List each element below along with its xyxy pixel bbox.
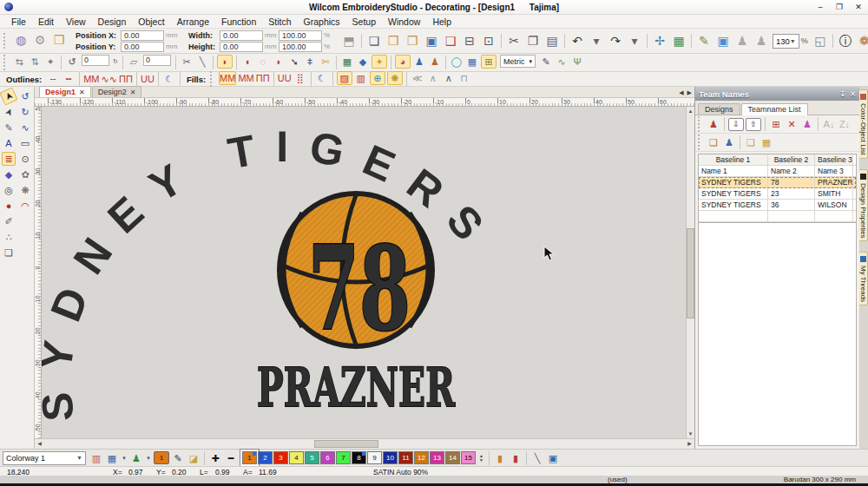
colorway-select[interactable]: Colorway 1 ▼	[3, 451, 86, 465]
team-names-tool[interactable]: ≣	[2, 152, 16, 166]
vertical-scrollbar[interactable]: ▲ ▼	[686, 107, 694, 438]
product-dropdown-icon[interactable]: ▾	[145, 451, 152, 465]
reshape-tool[interactable]: ➤	[0, 102, 18, 121]
outline-single-icon[interactable]: ╌	[46, 72, 60, 86]
fusion-fill-tool[interactable]: ◆	[2, 167, 16, 181]
open-curve-tool[interactable]: ↻	[18, 105, 32, 119]
color-swatch-8[interactable]: 8	[352, 451, 366, 464]
knife-icon[interactable]: ╲	[195, 55, 209, 69]
add-color-icon[interactable]: ✚	[208, 451, 222, 465]
tie-off-icon[interactable]: ✄	[319, 55, 332, 69]
ring-icon[interactable]: ◕	[395, 55, 411, 69]
units-dropdown-arrow-icon[interactable]: ▾	[529, 58, 533, 65]
table-cell[interactable]: SYDNEY TIGERS	[699, 200, 768, 210]
copy-icon[interactable]: ❐	[524, 34, 542, 48]
tab-close-icon[interactable]: ✕	[130, 89, 136, 96]
color-swatch-2[interactable]: 2	[258, 451, 273, 464]
auto-number-icon[interactable]: ⊞	[769, 117, 783, 131]
color-swatch-12[interactable]: 12	[414, 451, 429, 464]
color-swatch-10[interactable]: 10	[383, 451, 398, 464]
effect-travel-icon[interactable]: ➘	[287, 55, 301, 69]
outline-satin-icon[interactable]: ΠΠ	[119, 72, 133, 86]
stitch-edit-tool[interactable]: ✎	[2, 121, 16, 135]
spool-icon[interactable]: ▣	[546, 451, 560, 465]
rotate-left-icon[interactable]: ↺	[65, 55, 79, 69]
outline-triple-icon[interactable]: ╍	[62, 72, 76, 86]
break-apart-icon[interactable]: ✂	[180, 55, 194, 69]
menu-graphics[interactable]: Graphics	[298, 16, 346, 28]
digitize-icon[interactable]: ✎	[695, 34, 713, 48]
freehand-tool[interactable]: ∿	[18, 121, 32, 135]
fill-ripple-icon[interactable]: ⊕	[370, 71, 385, 85]
remove-color-icon[interactable]: ━	[224, 451, 238, 465]
table-cell[interactable]: Baseline 2	[768, 154, 815, 165]
color-swatch-4[interactable]: 4	[289, 451, 304, 464]
select-teamnames-icon[interactable]: ♟	[800, 117, 814, 131]
units-dropdown[interactable]: Metric▾	[500, 55, 536, 68]
run-tool[interactable]: ✐	[2, 214, 16, 228]
save-design-icon[interactable]: ▣	[423, 34, 440, 48]
table-cell[interactable]: 36	[768, 200, 815, 210]
apply-palette-icon[interactable]: ◪	[187, 451, 201, 465]
print-icon[interactable]: ⊟	[461, 34, 478, 48]
current-color-swatch[interactable]: 1	[154, 451, 169, 464]
mannequin-icon[interactable]: ♟	[733, 34, 751, 48]
mannequin-alt-icon[interactable]: ♟	[753, 34, 770, 48]
panel-tab-designs[interactable]: Designs	[698, 103, 740, 115]
color-swatch-15[interactable]: 15	[461, 451, 476, 464]
table-cell[interactable]: WILSON	[815, 200, 853, 210]
fill-contour-icon[interactable]: ☾	[315, 71, 329, 85]
effect-jagged-icon[interactable]: ◗	[217, 55, 233, 69]
zoom-dropdown-arrow-icon[interactable]: ▼	[790, 38, 796, 44]
swatches-tool[interactable]: ❏	[2, 246, 16, 259]
width-input[interactable]: 0.00	[220, 30, 263, 41]
table-cell[interactable]: Baseline 1	[699, 154, 768, 165]
height-input[interactable]: 0.00	[220, 42, 263, 52]
palette-dropdown-icon[interactable]: ▾	[121, 451, 128, 465]
select-tool[interactable]: ➤	[0, 87, 18, 105]
mirror-x-icon[interactable]: ⇆	[12, 55, 26, 69]
design-canvas[interactable]: SYDNEY TIGERS 78 PRAZNER	[42, 107, 686, 438]
position-x-input[interactable]: 0.00	[121, 30, 164, 41]
insert-design-icon[interactable]: ✢	[651, 34, 668, 48]
skew-angle-input[interactable]: 0	[143, 55, 171, 66]
color-swatch-13[interactable]: 13	[430, 451, 444, 464]
curve-smooth-icon[interactable]: ∿	[555, 55, 569, 69]
portfolio-icon[interactable]: ❒	[50, 33, 68, 47]
menu-edit[interactable]: Edit	[32, 16, 60, 28]
hoop-template-icon[interactable]: ⊞	[481, 55, 496, 69]
side-tab-my-threads[interactable]: My Threads	[859, 252, 868, 305]
needle-points-icon[interactable]: ǂ	[303, 55, 317, 69]
skew-icon[interactable]: ▱	[127, 55, 141, 69]
toolbar-grip[interactable]	[698, 116, 702, 132]
table-cell[interactable]: SYDNEY TIGERS	[699, 177, 768, 187]
rotate-angle-input[interactable]: 0	[82, 55, 109, 66]
side-tab-color-object-list[interactable]: Color-Object List	[859, 89, 868, 159]
outline-backstitch-icon[interactable]: MM	[83, 72, 99, 86]
add-teamname-icon[interactable]: ♟	[707, 117, 720, 131]
tab-scroll-left-icon[interactable]: ◀	[679, 89, 683, 96]
vertical-scroll-thumb[interactable]	[687, 228, 694, 318]
paste-icon[interactable]: ▤	[543, 34, 561, 48]
menu-object[interactable]: Object	[132, 16, 170, 28]
fill-square-icon[interactable]: ⊓	[457, 71, 471, 85]
teamname-designs-icon[interactable]: ♟	[722, 135, 736, 149]
color-swatch-6[interactable]: 6	[320, 451, 335, 464]
menu-stitch[interactable]: Stitch	[262, 16, 297, 28]
pattern-stamp-tool[interactable]: ❋	[18, 183, 32, 197]
pin-icon[interactable]: ↧	[840, 90, 846, 98]
color-swatch-1[interactable]: 1	[242, 451, 257, 464]
outline-zigzag-icon[interactable]: UU	[141, 72, 155, 86]
swatch-spinner[interactable]: ▲▼	[479, 454, 483, 463]
table-cell[interactable]: 78	[768, 177, 815, 187]
restore-button[interactable]: ❐	[830, 0, 849, 14]
table-cell[interactable]: SMITH	[815, 188, 853, 199]
scale-x-input[interactable]: 100.00	[279, 30, 322, 41]
no-color-icon[interactable]: ╲	[530, 451, 544, 465]
fill-tatami-icon[interactable]: ΠΠ	[256, 71, 270, 85]
fill-motif-icon[interactable]: UU	[278, 71, 292, 85]
zoom-window-icon[interactable]: ▣	[714, 34, 732, 48]
product-color-icon[interactable]: ♟	[129, 451, 143, 465]
scroll-up-icon[interactable]: ▲	[687, 107, 694, 115]
toolbar-grip[interactable]	[698, 135, 702, 150]
